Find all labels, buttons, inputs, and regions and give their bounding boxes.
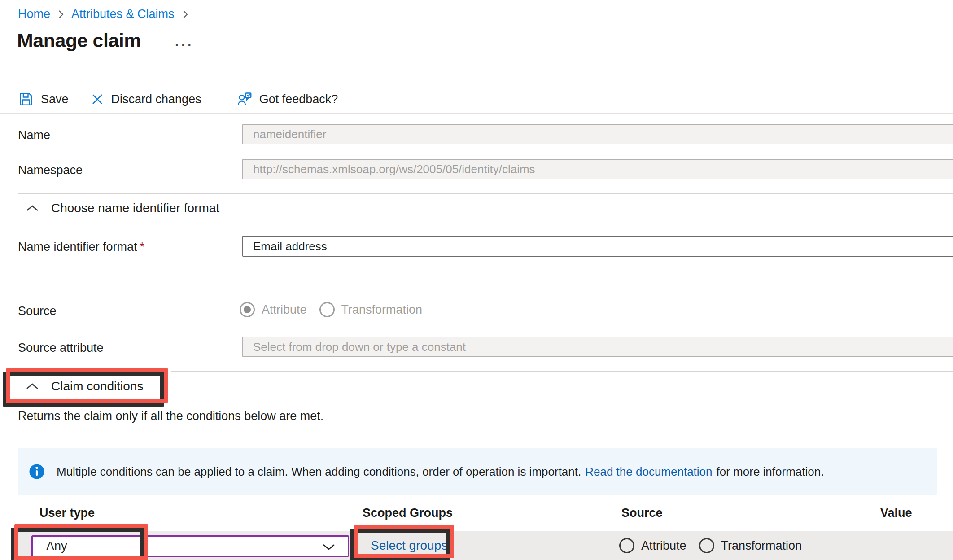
page-title: Manage claim — [17, 30, 141, 52]
radio-attribute-label: Attribute — [262, 303, 307, 317]
select-groups-link[interactable]: Select groups — [371, 538, 447, 553]
got-feedback-button[interactable]: Got feedback? — [236, 91, 338, 107]
radio-selected-icon — [240, 302, 255, 317]
feedback-icon — [236, 91, 253, 107]
breadcrumb-link-attributes-claims[interactable]: Attributes & Claims — [71, 7, 175, 21]
name-label: Name — [18, 128, 50, 142]
breadcrumb: Home Attributes & Claims — [18, 7, 188, 21]
source-radio-group: Attribute Transformation — [240, 299, 422, 320]
source-label: Source — [18, 304, 57, 318]
command-bar-divider — [0, 113, 953, 114]
source-attribute-label: Source attribute — [18, 341, 104, 355]
info-banner-text: Multiple conditions can be applied to a … — [57, 465, 824, 479]
namespace-input: http://schemas.xmlsoap.org/ws/2005/05/id… — [242, 159, 953, 179]
claim-conditions-title: Claim conditions — [51, 379, 143, 394]
section-divider — [171, 371, 953, 372]
x-icon — [90, 92, 105, 106]
radio-transformation: Transformation — [319, 302, 423, 317]
namespace-label: Namespace — [18, 163, 83, 177]
column-header-user-type: User type — [39, 506, 95, 520]
radio-transformation-label: Transformation — [341, 303, 423, 317]
info-banner: Multiple conditions can be applied to a … — [18, 448, 937, 495]
radio-unselected-icon — [699, 538, 714, 553]
name-identifier-format-label: Name identifier format* — [18, 240, 144, 254]
section-toggle-name-identifier-format[interactable]: Choose name identifier format — [25, 201, 219, 215]
more-options-button[interactable]: ··· — [175, 38, 194, 53]
section-title: Choose name identifier format — [51, 201, 219, 215]
user-type-select[interactable]: Any — [31, 535, 349, 557]
toolbar-divider — [219, 89, 219, 109]
condition-radio-attribute[interactable]: Attribute — [619, 538, 686, 553]
info-icon — [29, 464, 45, 480]
section-divider — [18, 276, 953, 276]
claim-conditions-description: Returns the claim only if all the condit… — [18, 409, 323, 423]
chevron-up-icon — [25, 204, 39, 212]
radio-unselected-icon — [619, 538, 634, 553]
save-button[interactable]: Save — [18, 91, 69, 107]
chevron-up-icon — [25, 382, 39, 390]
section-toggle-claim-conditions[interactable]: Claim conditions — [25, 379, 143, 394]
condition-radio-attribute-label: Attribute — [641, 539, 686, 553]
discard-changes-button[interactable]: Discard changes — [90, 92, 201, 106]
radio-unselected-icon — [319, 302, 335, 317]
source-attribute-input: Select from drop down or type a constant — [242, 337, 953, 357]
column-header-source: Source — [621, 506, 663, 520]
breadcrumb-link-home[interactable]: Home — [18, 7, 50, 21]
radio-attribute: Attribute — [240, 302, 307, 317]
section-divider — [18, 193, 953, 194]
save-icon — [18, 91, 34, 107]
read-documentation-link[interactable]: Read the documentation — [585, 465, 712, 478]
chevron-right-icon — [57, 9, 64, 20]
chevron-right-icon — [182, 9, 188, 20]
condition-radio-transformation-label: Transformation — [721, 539, 802, 553]
command-bar: Save Discard changes Got feedback? — [18, 88, 338, 110]
condition-source-radio-group: Attribute Transformation — [619, 535, 802, 556]
chevron-down-icon — [322, 543, 336, 551]
required-asterisk: * — [140, 240, 145, 254]
condition-radio-transformation[interactable]: Transformation — [699, 538, 802, 553]
got-feedback-label: Got feedback? — [259, 92, 338, 106]
name-input: nameidentifier — [242, 124, 953, 144]
discard-changes-label: Discard changes — [111, 92, 201, 106]
column-header-scoped-groups: Scoped Groups — [363, 506, 453, 520]
column-header-value: Value — [880, 506, 912, 520]
user-type-value: Any — [46, 539, 67, 553]
save-label: Save — [41, 92, 69, 106]
name-identifier-format-combobox[interactable]: Email address — [242, 236, 953, 257]
